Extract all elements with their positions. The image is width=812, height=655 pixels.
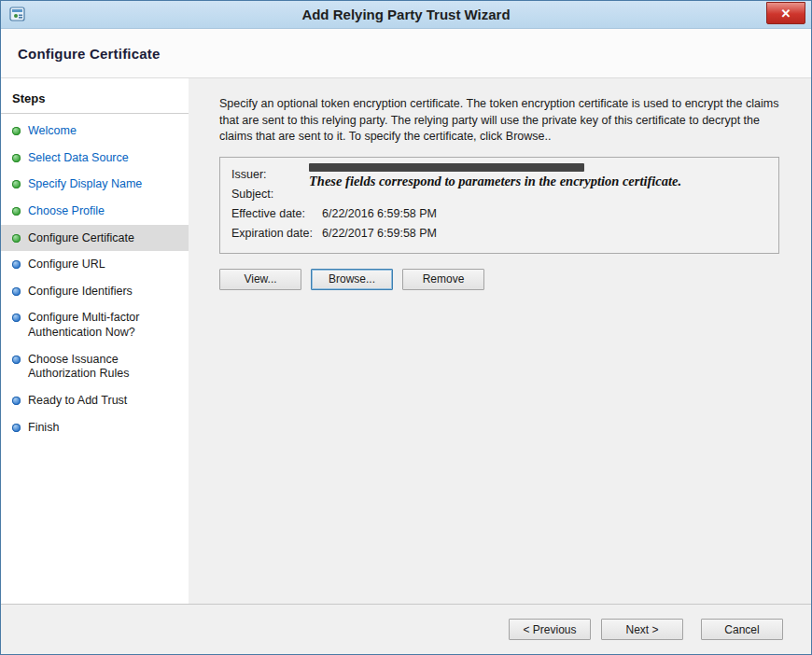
- sidebar-item-select-data-source[interactable]: Select Data Source: [1, 145, 189, 172]
- page-title: Configure Certificate: [18, 46, 161, 62]
- sidebar-item-ready-to-add-trust: Ready to Add Trust: [1, 387, 189, 414]
- certificate-actions: View... Browse... Remove: [219, 269, 783, 290]
- sidebar-item-configure-url: Configure URL: [1, 251, 189, 278]
- sidebar-item-configure-identifiers: Configure Identifiers: [1, 278, 189, 305]
- annotation-note: These fields correspond to parameters in…: [309, 174, 681, 189]
- step-pending-icon: [12, 314, 21, 322]
- steps-sidebar: Steps WelcomeSelect Data SourceSpecify D…: [1, 78, 189, 604]
- step-pending-icon: [12, 397, 21, 405]
- next-button[interactable]: Next >: [601, 619, 683, 640]
- wizard-body: Steps WelcomeSelect Data SourceSpecify D…: [1, 78, 811, 604]
- sidebar-item-label: Welcome: [28, 124, 77, 139]
- effective-date-row: Effective date: 6/22/2016 6:59:58 PM: [231, 204, 767, 224]
- sidebar-item-label: Configure Identifiers: [28, 285, 133, 300]
- sidebar-item-configure-multi-factor-authentication-now: Configure Multi-factor Authentication No…: [1, 304, 189, 345]
- step-pending-icon: [12, 287, 21, 296]
- previous-button[interactable]: < Previous: [509, 619, 591, 640]
- step-description: Specify an optional token encryption cer…: [219, 96, 779, 146]
- step-complete-icon: [12, 207, 21, 216]
- view-button[interactable]: View...: [219, 269, 301, 290]
- step-pending-icon: [12, 260, 21, 269]
- remove-button[interactable]: Remove: [402, 269, 484, 290]
- sidebar-item-label: Configure Multi-factor Authentication No…: [28, 311, 181, 340]
- wizard-footer: < Previous Next > Cancel: [1, 604, 811, 654]
- sidebar-item-label: Choose Profile: [28, 204, 105, 219]
- adfs-wizard-icon: [9, 6, 27, 23]
- step-complete-icon: [12, 154, 21, 162]
- main-pane: Specify an optional token encryption cer…: [189, 78, 811, 604]
- step-pending-icon: [12, 355, 21, 364]
- steps-list: WelcomeSelect Data SourceSpecify Display…: [1, 118, 189, 440]
- sidebar-item-finish: Finish: [1, 414, 189, 441]
- sidebar-item-label: Finish: [28, 421, 59, 436]
- sidebar-item-choose-issuance-authorization-rules: Choose Issuance Authorization Rules: [1, 346, 189, 387]
- sidebar-item-label: Configure Certificate: [28, 231, 134, 246]
- page-header: Configure Certificate: [1, 29, 811, 78]
- title-bar: Add Relying Party Trust Wizard ✕: [1, 1, 811, 29]
- sidebar-item-configure-certificate[interactable]: Configure Certificate: [1, 225, 189, 252]
- close-button[interactable]: ✕: [766, 2, 805, 24]
- effective-date-value: 6/22/2016 6:59:58 PM: [322, 204, 767, 224]
- steps-heading: Steps: [1, 88, 189, 114]
- sidebar-item-specify-display-name[interactable]: Specify Display Name: [1, 171, 189, 198]
- sidebar-item-choose-profile[interactable]: Choose Profile: [1, 198, 189, 225]
- sidebar-item-label: Configure URL: [28, 258, 105, 272]
- sidebar-item-label: Choose Issuance Authorization Rules: [28, 353, 181, 382]
- step-complete-icon: [12, 180, 21, 188]
- sidebar-item-label: Specify Display Name: [28, 177, 142, 192]
- window-title: Add Relying Party Trust Wizard: [1, 7, 811, 22]
- certificate-details-box: Issuer: Subject: Effective date: 6/22/20…: [219, 157, 779, 254]
- sidebar-item-label: Ready to Add Trust: [28, 394, 127, 409]
- step-complete-icon: [12, 127, 21, 135]
- expiration-date-value: 6/22/2017 6:59:58 PM: [322, 224, 767, 244]
- redacted-issuer-value: [309, 163, 584, 172]
- step-complete-icon: [12, 234, 21, 243]
- step-pending-icon: [12, 424, 21, 432]
- expiration-date-label: Expiration date:: [231, 224, 322, 244]
- wizard-window: Add Relying Party Trust Wizard ✕ Configu…: [0, 0, 812, 655]
- browse-button[interactable]: Browse...: [311, 269, 393, 290]
- expiration-date-row: Expiration date: 6/22/2017 6:59:58 PM: [231, 224, 767, 244]
- cancel-button[interactable]: Cancel: [701, 619, 783, 640]
- sidebar-item-welcome[interactable]: Welcome: [1, 118, 189, 145]
- sidebar-item-label: Select Data Source: [28, 151, 129, 166]
- effective-date-label: Effective date:: [231, 204, 322, 224]
